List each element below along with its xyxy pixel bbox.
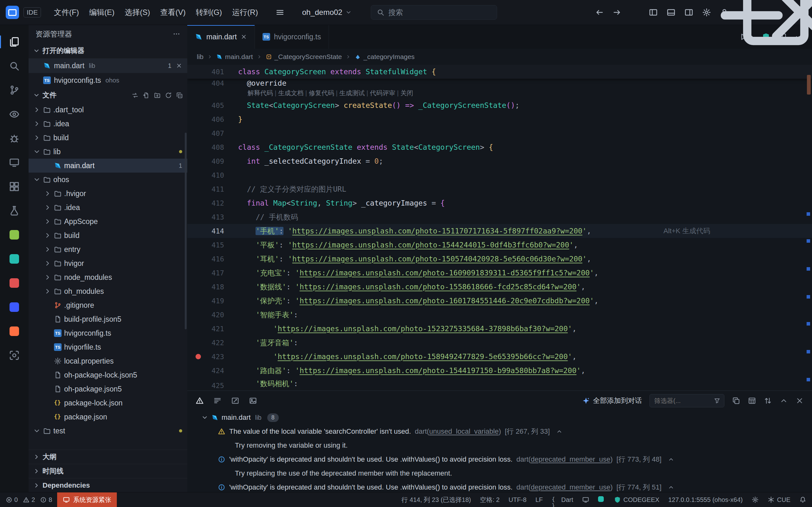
tree-item-.idea[interactable]: .idea	[29, 117, 187, 131]
arrow-right-icon[interactable]	[613, 8, 621, 17]
menubar-item[interactable]: 查看(V)	[156, 5, 191, 20]
error-count[interactable]: 0	[3, 496, 20, 504]
arrow-left-icon[interactable]	[595, 8, 604, 17]
codelens-action[interactable]: 生成测试	[339, 89, 365, 97]
sync-icon[interactable]	[132, 92, 139, 99]
tree-item-.hvigor[interactable]: .hvigor	[29, 186, 187, 201]
problems-icon[interactable]	[196, 397, 204, 405]
menubar-item[interactable]: 运行(R)	[227, 5, 263, 20]
gutter[interactable]: 406	[187, 112, 238, 126]
global-search[interactable]: 搜索	[371, 5, 497, 20]
tree-item-package-lock.json[interactable]: {}package-lock.json	[29, 396, 187, 410]
copy-icon[interactable]	[732, 397, 740, 405]
close-icon[interactable]	[796, 397, 804, 405]
open-editors-header[interactable]: 打开的编辑器	[29, 43, 187, 58]
menubar-item[interactable]: 转到(G)	[191, 5, 227, 20]
statusbar-problem-counts[interactable]: 028	[0, 492, 55, 507]
menubar-item[interactable]: 文件(F)	[49, 5, 84, 20]
rule-link[interactable]: unused_local_variable	[429, 428, 499, 435]
gutter[interactable]: 407	[187, 126, 238, 140]
files-section-header[interactable]: 文件	[29, 88, 187, 103]
activity-hvigor-icon[interactable]	[0, 223, 29, 247]
code-token[interactable]: https://images.unsplash.com/photo-160178…	[300, 297, 590, 305]
breadcrumb-item[interactable]: _CategoryScreenState	[266, 53, 342, 61]
status-item--414-23-18-[interactable]: 行 414, 列 23 (已选择18)	[401, 496, 471, 504]
tree-item-build-profile.json5[interactable]: build-profile.json5	[29, 312, 187, 326]
status-item-LF[interactable]: LF	[536, 496, 543, 504]
tab-main.dart[interactable]: main.dart	[187, 25, 255, 49]
activity-deveco-icon[interactable]	[0, 247, 29, 271]
status-item-screen-icon[interactable]	[582, 496, 589, 503]
close-tab-icon[interactable]	[240, 34, 247, 40]
tree-item-local.properties[interactable]: local.properties	[29, 354, 187, 368]
tree-item-main.dart[interactable]: main.dart1	[29, 159, 187, 173]
tree-item-build[interactable]: build	[29, 228, 187, 242]
sidebar-scrollbar[interactable]	[185, 133, 187, 329]
breadcrumb-item[interactable]: main.dart	[216, 53, 253, 61]
codelens-action[interactable]: 生成文档	[278, 89, 304, 97]
gutter[interactable]: 424	[187, 363, 238, 378]
gutter[interactable]: 419	[187, 294, 238, 308]
problem-row[interactable]: 'withOpacity' is deprecated and shouldn'…	[187, 481, 812, 492]
tree-item-package.json[interactable]: {}package.json	[29, 410, 187, 424]
problems-filter-input[interactable]	[654, 397, 711, 405]
gutter[interactable]: 401	[187, 65, 238, 79]
activity-search-icon[interactable]	[0, 54, 29, 78]
gutter[interactable]: 415	[187, 238, 238, 252]
activity-codescan-icon[interactable]	[0, 343, 29, 368]
activity-security-icon[interactable]	[0, 295, 29, 319]
status-item-UTF-8[interactable]: UTF-8	[508, 496, 527, 504]
rule-link[interactable]: deprecated_member_use	[531, 455, 610, 463]
tree-item-test[interactable]: test	[29, 424, 187, 438]
status-item-deveco-dot-icon[interactable]	[598, 496, 605, 503]
activity-lint-icon[interactable]	[0, 319, 29, 343]
breadcrumb-item[interactable]: lib	[197, 53, 204, 61]
activity-extensions-icon[interactable]	[0, 174, 29, 199]
code-token[interactable]: https://images.unsplash.com/photo-155861…	[300, 283, 577, 291]
gutter[interactable]: 412	[187, 196, 238, 210]
problem-related-info[interactable]: Try replacing the use of the deprecated …	[187, 466, 812, 481]
output-icon[interactable]	[213, 397, 222, 405]
breadcrumb-item[interactable]: _categoryImages	[355, 53, 415, 61]
tree-item-.dart_tool[interactable]: .dart_tool	[29, 103, 187, 117]
layout-right-icon[interactable]	[685, 8, 693, 17]
menu-icon[interactable]	[276, 8, 284, 17]
warning-count[interactable]: 2	[20, 496, 38, 504]
gutter[interactable]: 408	[187, 140, 238, 154]
gutter[interactable]: 411	[187, 182, 238, 196]
image-icon[interactable]	[249, 397, 257, 405]
gutter[interactable]: 422	[187, 336, 238, 350]
codelens-action[interactable]: 关闭	[400, 89, 413, 97]
open-editor-main.dart[interactable]: main.dartlib1	[29, 58, 187, 73]
gutter[interactable]: 410	[187, 168, 238, 182]
codelens-action[interactable]: 解释代码	[248, 89, 273, 97]
tree-item-.gitignore[interactable]: .gitignore	[29, 298, 187, 312]
activity-debug-icon[interactable]	[0, 126, 29, 150]
chevron-up-icon[interactable]	[668, 456, 674, 463]
status-item-Dart[interactable]: { }Dart	[552, 496, 573, 504]
activity-explorer-icon[interactable]	[0, 30, 29, 54]
status-item--2[interactable]: 空格: 2	[480, 496, 500, 504]
tree-item-ohos[interactable]: ohos	[29, 173, 187, 186]
tree-item-hvigorconfig.ts[interactable]: TShvigorconfig.ts	[29, 326, 187, 340]
swap-icon[interactable]	[764, 397, 772, 405]
code-token[interactable]: https://images.unsplash.com/photo-160909…	[300, 269, 590, 277]
screenshot-icon[interactable]	[231, 397, 239, 405]
open-editor-hvigorconfig.ts[interactable]: TShvigorconfig.tsohos	[29, 73, 187, 88]
gutter[interactable]: 418	[187, 280, 238, 294]
menubar-item[interactable]: 编辑(E)	[85, 5, 119, 20]
tab-hvigorconfig.ts[interactable]: TShvigorconfig.ts	[255, 25, 329, 49]
code-token[interactable]: https://images.unsplash.com/photo-151170…	[292, 227, 583, 235]
sidebar-section-大纲[interactable]: 大纲	[29, 450, 187, 464]
code-token[interactable]: https://images.unsplash.com/photo-158949…	[278, 352, 568, 361]
problem-related-info[interactable]: Try removing the variable or using it.	[187, 439, 812, 452]
tree-item-.idea[interactable]: .idea	[29, 201, 187, 215]
status-item-CODEGEEX[interactable]: CODEGEEX	[614, 496, 659, 504]
tree-item-entry[interactable]: entry	[29, 242, 187, 257]
code-token[interactable]: https://images.unsplash.com/photo-154419…	[300, 367, 577, 375]
activity-test-beaker-icon[interactable]	[0, 199, 29, 223]
codelens-action[interactable]: 修复代码	[309, 89, 334, 97]
breakpoint[interactable]	[196, 354, 201, 359]
project-selector[interactable]: oh_demo02	[302, 8, 352, 17]
menubar-item[interactable]: 选择(S)	[120, 5, 155, 20]
